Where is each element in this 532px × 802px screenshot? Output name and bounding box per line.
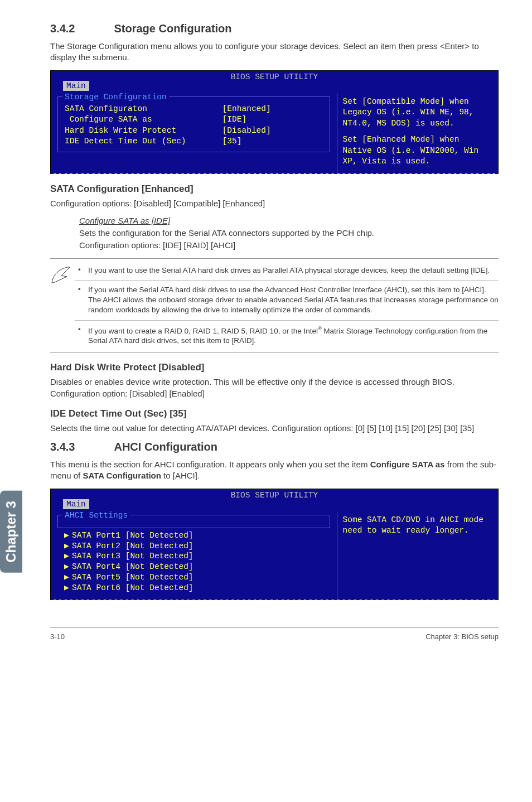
sata-port-row: ▶SATA Port1 [Not Detected] (57, 530, 330, 541)
bios-row: Configure SATA as[IDE] (58, 114, 330, 125)
note-item-2: If you want the Serial ATA hard disk dri… (75, 280, 499, 320)
section-heading-343: 3.4.3 AHCI Configuration (50, 441, 499, 453)
bios-help-2: Set [Enhanced Mode] when Native OS (i.e.… (343, 134, 492, 167)
registered-mark: ® (318, 326, 322, 331)
page-footer: 3-10 Chapter 3: BIOS setup (50, 627, 499, 641)
sata-port-row: ▶SATA Port6 [Not Detected] (57, 583, 330, 593)
footer-chapter: Chapter 3: BIOS setup (425, 632, 499, 641)
sata-port-row: ▶SATA Port5 [Not Detected] (57, 572, 330, 583)
subheading-sata-config: SATA Configuration [Enhanced] (50, 183, 499, 195)
bios-row: Hard Disk Write Protect[Disabled] (58, 125, 330, 137)
section-number: 3.4.3 (50, 441, 112, 453)
triangle-icon: ▶ (64, 583, 72, 593)
configure-sata-body1: Sets the configuration for the Serial AT… (79, 228, 499, 239)
bios-row: IDE Detect Time Out (Sec)[35] (58, 136, 330, 147)
bios-tab-main: Main (63, 81, 89, 91)
bios-cutline (50, 173, 499, 174)
chapter-tab: Chapter 3 (0, 491, 22, 573)
intro-342: The Storage Configuration menu allows yo… (50, 41, 499, 64)
note-icon (50, 259, 75, 353)
configure-sata-body2: Configuration options: [IDE] [RAID] [AHC… (79, 240, 499, 251)
section-title: AHCI Configuration (114, 441, 217, 453)
frame-label-ahci: AHCI Settings (62, 511, 130, 520)
configure-sata-as-heading: Configure SATA as [IDE] (79, 216, 499, 225)
note-box: If you want to use the Serial ATA hard d… (50, 258, 499, 354)
triangle-icon: ▶ (64, 530, 72, 541)
section-number: 3.4.2 (50, 22, 112, 35)
note-item-3: If you want to create a RAID 0, RAID 1, … (75, 320, 499, 351)
frame-label-storage: Storage Configuration (62, 93, 169, 102)
intro-343: This menu is the section for AHCI config… (50, 459, 499, 482)
triangle-icon: ▶ (64, 562, 72, 572)
ide-detect-body: Selects the time out value for detecting… (50, 423, 499, 434)
bios-panel-ahci: BIOS SETUP UTILITY Main AHCI Settings ▶S… (50, 489, 499, 600)
bios-help-ahci: Some SATA CD/DVD in AHCI mode need to wa… (343, 515, 492, 537)
subheading-ide-detect: IDE Detect Time Out (Sec) [35] (50, 408, 499, 419)
bios-panel-storage: BIOS SETUP UTILITY Main Storage Configur… (50, 70, 499, 173)
triangle-icon: ▶ (64, 572, 72, 583)
note-item-1: If you want to use the Serial ATA hard d… (75, 261, 499, 280)
hard-disk-body: Disables or enables device write protect… (50, 376, 499, 399)
sata-config-options: Configuration options: [Disabled] [Compa… (50, 198, 499, 209)
bios-tab-main: Main (63, 499, 89, 509)
sata-port-row: ▶SATA Port3 [Not Detected] (57, 551, 330, 562)
section-heading-342: 3.4.2 Storage Configuration (50, 22, 499, 35)
sata-port-row: ▶SATA Port2 [Not Detected] (57, 541, 330, 552)
bios-help-1: Set [Compatible Mode] when Legacy OS (i.… (343, 96, 492, 129)
triangle-icon: ▶ (64, 541, 72, 552)
sata-port-row: ▶SATA Port4 [Not Detected] (57, 562, 330, 572)
bios-cutline (50, 599, 499, 600)
bios-row: SATA Configuraton[Enhanced] (58, 104, 330, 115)
subheading-hard-disk-write: Hard Disk Write Protect [Disabled] (50, 362, 499, 373)
bios-header: BIOS SETUP UTILITY (51, 489, 498, 500)
section-title: Storage Configuration (114, 22, 231, 35)
triangle-icon: ▶ (64, 551, 72, 562)
page-number: 3-10 (50, 632, 65, 641)
bios-header: BIOS SETUP UTILITY (51, 71, 498, 82)
